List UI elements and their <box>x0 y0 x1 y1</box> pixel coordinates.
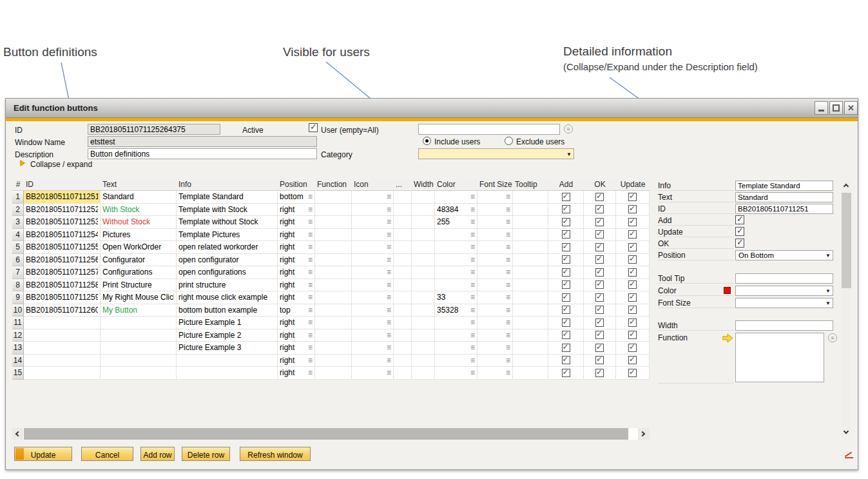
cell-dots[interactable] <box>394 279 412 292</box>
ok-checkbox[interactable] <box>595 280 604 289</box>
cell-num[interactable]: 14 <box>12 355 24 367</box>
cell-ok[interactable] <box>584 216 616 229</box>
cell-ok[interactable] <box>584 279 616 292</box>
link-icon[interactable]: ≡ <box>470 282 475 288</box>
exclude-users-radio[interactable] <box>505 137 513 145</box>
cell-dots[interactable] <box>394 191 412 204</box>
cell-function[interactable] <box>315 191 352 204</box>
maximize-button[interactable] <box>829 101 843 115</box>
cell-position[interactable]: bottom≡ <box>278 191 315 204</box>
cell-color[interactable]: ≡ <box>435 266 477 279</box>
ok-checkbox[interactable] <box>595 193 604 201</box>
cell-dots[interactable] <box>394 241 412 254</box>
link-icon[interactable]: ≡ <box>470 358 475 363</box>
cell-info[interactable]: Picture Example 2 <box>177 329 278 342</box>
cell-text[interactable]: Configurations <box>101 266 177 279</box>
link-icon[interactable]: ≡ <box>387 282 391 288</box>
cell-dots[interactable] <box>394 329 412 342</box>
detail-width-field[interactable] <box>735 320 833 331</box>
cell-add[interactable] <box>548 254 584 267</box>
cell-num[interactable]: 6 <box>12 254 24 267</box>
cell-id[interactable]: BB201805110711258 <box>24 279 101 292</box>
cell-add[interactable] <box>548 329 584 342</box>
cell-id[interactable] <box>24 329 101 342</box>
cell-update[interactable] <box>616 191 650 204</box>
resize-grip-icon[interactable] <box>845 451 854 458</box>
link-icon[interactable]: ≡ <box>470 333 475 338</box>
cell-tooltip[interactable] <box>513 291 548 304</box>
cell-tooltip[interactable] <box>513 279 548 292</box>
detail-ok-checkbox[interactable] <box>735 239 744 248</box>
cell-icon[interactable]: ≡ <box>352 191 394 204</box>
cell-add[interactable] <box>548 342 584 355</box>
cell-icon[interactable]: ≡ <box>352 355 394 367</box>
scroll-down-button[interactable] <box>842 428 851 438</box>
cell-tooltip[interactable] <box>513 367 548 380</box>
add-checkbox[interactable] <box>562 230 570 239</box>
cell-color[interactable]: 33≡ <box>435 291 477 304</box>
add-checkbox[interactable] <box>562 318 570 327</box>
cell-width[interactable] <box>412 291 435 304</box>
cell-width[interactable] <box>412 279 435 292</box>
cell-id[interactable]: BB201805110711260 <box>24 304 101 317</box>
link-icon[interactable]: ≡ <box>470 207 475 212</box>
cell-num[interactable]: 15 <box>12 367 24 380</box>
cell-tooltip[interactable] <box>513 304 548 317</box>
add-checkbox[interactable] <box>562 293 570 302</box>
cell-text[interactable] <box>101 317 177 329</box>
link-icon[interactable]: ≡ <box>506 194 510 199</box>
cell-add[interactable] <box>548 304 584 317</box>
cell-num[interactable]: 7 <box>12 266 24 279</box>
cell-update[interactable] <box>616 317 650 329</box>
cell-info[interactable]: right mouse click example <box>177 291 278 304</box>
link-icon[interactable]: ≡ <box>308 257 313 262</box>
cell-update[interactable] <box>616 229 650 242</box>
cell-text[interactable]: Standard <box>101 191 177 204</box>
cell-fontsize[interactable]: ≡ <box>477 291 513 304</box>
column-header-ok[interactable]: OK <box>584 179 616 191</box>
link-icon[interactable]: ≡ <box>308 207 313 212</box>
cell-width[interactable] <box>412 204 435 217</box>
link-icon[interactable]: ≡ <box>308 232 313 237</box>
cell-ok[interactable] <box>584 291 616 304</box>
cell-icon[interactable]: ≡ <box>352 241 394 254</box>
cell-color[interactable]: ≡ <box>435 317 477 329</box>
cell-text[interactable] <box>101 329 177 342</box>
cell-position[interactable]: right≡ <box>278 254 315 267</box>
cell-tooltip[interactable] <box>513 317 548 329</box>
column-header-width[interactable]: Width <box>412 179 435 191</box>
cell-position[interactable]: right≡ <box>278 355 315 367</box>
link-icon[interactable]: ≡ <box>506 295 510 300</box>
cell-position[interactable]: right≡ <box>278 216 315 229</box>
cell-color[interactable]: ≡ <box>435 355 477 367</box>
cell-add[interactable] <box>548 191 584 204</box>
link-icon[interactable]: ≡ <box>470 194 475 199</box>
update-checkbox[interactable] <box>628 218 637 226</box>
cell-color[interactable]: 35328≡ <box>435 304 477 317</box>
cell-dots[interactable] <box>394 367 412 380</box>
cell-function[interactable] <box>315 304 352 317</box>
cell-width[interactable] <box>412 241 435 254</box>
cell-fontsize[interactable]: ≡ <box>477 241 513 254</box>
cell-icon[interactable]: ≡ <box>352 304 394 317</box>
cell-width[interactable] <box>412 266 435 279</box>
column-header-info[interactable]: Info <box>177 179 278 191</box>
add-checkbox[interactable] <box>562 306 570 314</box>
ok-checkbox[interactable] <box>595 218 604 226</box>
cell-num[interactable]: 10 <box>12 304 24 317</box>
cell-ok[interactable] <box>584 355 616 367</box>
cell-position[interactable]: right≡ <box>278 204 315 217</box>
link-icon[interactable]: ≡ <box>387 320 391 325</box>
link-icon[interactable]: ≡ <box>470 295 475 300</box>
close-button[interactable] <box>844 101 858 115</box>
include-users-radio[interactable] <box>423 137 431 145</box>
link-icon[interactable]: ≡ <box>308 345 313 350</box>
cell-icon[interactable]: ≡ <box>352 329 394 342</box>
cell-position[interactable]: right≡ <box>278 279 315 292</box>
ok-checkbox[interactable] <box>595 318 604 327</box>
link-icon[interactable]: ≡ <box>387 219 391 224</box>
cell-ok[interactable] <box>584 254 616 267</box>
cell-tooltip[interactable] <box>513 204 548 217</box>
cell-function[interactable] <box>315 241 352 254</box>
detail-info-field[interactable] <box>735 181 833 191</box>
